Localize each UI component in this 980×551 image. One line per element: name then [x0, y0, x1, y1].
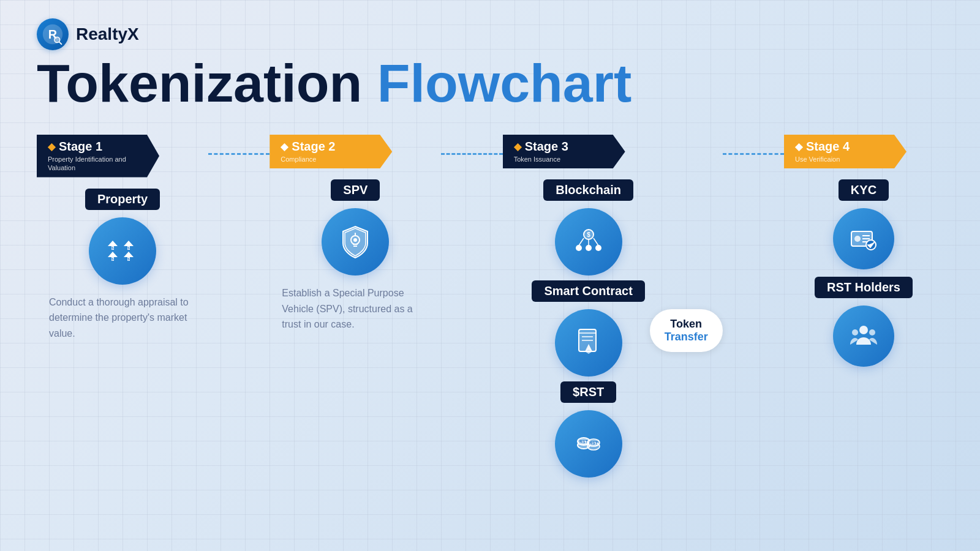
stage1-desc: Conduct a thorough appraisal to determin… [49, 294, 196, 342]
connector-3-4 [723, 153, 784, 155]
stage3-diamond: ◆ [514, 141, 521, 152]
title-part1: Tokenization [37, 53, 377, 113]
stage4-column: ◆ Stage 4 Use Verificaion KYC [784, 135, 943, 367]
logo-name: RealtyX [76, 24, 139, 44]
stage1-diamond: ◆ [48, 141, 55, 152]
stage3-wrapper: ◆ Stage 3 Token Issuance Blockchain $ [503, 135, 723, 478]
stage1-number: ◆ Stage 1 [48, 140, 148, 154]
svg-line-12 [579, 238, 584, 246]
stage4-kyc-icon [833, 208, 894, 269]
stage2-item-label: SPV [331, 179, 380, 201]
svg-text:RST: RST [589, 441, 598, 445]
stage4-badge: ◆ Stage 4 Use Verificaion [784, 135, 943, 168]
svg-line-3 [59, 42, 62, 45]
stage2-number: ◆ Stage 2 [281, 140, 381, 154]
svg-point-32 [869, 329, 875, 335]
logo-icon: R [37, 18, 69, 50]
stage3-rst-label: $RST [560, 381, 616, 403]
stage2-badge: ◆ Stage 2 Compliance [270, 135, 441, 168]
stage3-badge-main: ◆ Stage 3 Token Issuance [503, 135, 625, 168]
svg-line-13 [594, 238, 598, 246]
stage1-badge: ◆ Stage 1 Property Identification and Va… [37, 135, 208, 178]
stage2-column: ◆ Stage 2 Compliance SPV [270, 135, 441, 332]
stage3-subtitle: Token Issuance [514, 155, 612, 163]
stage3-badge: ◆ Stage 3 Token Issuance [503, 135, 674, 168]
stage3-rst-icon: RST RST [555, 410, 622, 478]
stage3-smartcontract-icon [555, 309, 622, 377]
stage4-rstholders-icon [833, 305, 894, 367]
stage1-subtitle: Property Identification and Valuation [48, 155, 146, 173]
title-part2: Flowchart [377, 53, 632, 113]
stage4-subtitle: Use Verificaion [795, 155, 893, 163]
token-transfer-line2: Transfer [665, 331, 708, 343]
stage2-badge-main: ◆ Stage 2 Compliance [270, 135, 392, 168]
stage1-item-label: Property [85, 189, 160, 210]
stage3-column: ◆ Stage 3 Token Issuance Blockchain $ [503, 135, 674, 478]
stage1-icon: $ $ $ $ [89, 217, 156, 285]
stage1-badge-main: ◆ Stage 1 Property Identification and Va… [37, 135, 159, 178]
stage3-blockchain-icon: $ [555, 208, 622, 276]
stage4-rstholders-label: RST Holders [815, 277, 913, 298]
connector-1-2 [208, 153, 270, 155]
stage4-kyc-label: KYC [839, 179, 889, 201]
stage3-number: ◆ Stage 3 [514, 140, 614, 154]
svg-point-30 [859, 326, 868, 334]
stage1-column: ◆ Stage 1 Property Identification and Va… [37, 135, 208, 341]
logo: R RealtyX [37, 18, 943, 50]
stage3-smartcontract-label: Smart Contract [532, 280, 644, 302]
svg-point-28 [854, 236, 861, 242]
stage4-number: ◆ Stage 4 [795, 140, 895, 154]
stage4-badge-main: ◆ Stage 4 Use Verificaion [784, 135, 907, 168]
token-transfer-line1: Token [665, 318, 708, 331]
stage4-diamond: ◆ [795, 141, 802, 152]
stage2-desc: Establish a Special Purpose Vehicle (SPV… [282, 285, 429, 332]
connector-2-3 [441, 153, 502, 155]
stage3-blockchain-label: Blockchain [543, 179, 633, 201]
svg-point-31 [852, 329, 858, 335]
stage2-icon [322, 208, 389, 276]
svg-point-15 [576, 245, 582, 251]
token-transfer-bubble: Token Transfer [650, 309, 723, 352]
stage2-diamond: ◆ [281, 141, 288, 152]
stage2-subtitle: Compliance [281, 155, 379, 163]
svg-point-17 [595, 245, 601, 251]
svg-point-16 [586, 245, 592, 251]
main-title: Tokenization Flowchart [37, 56, 943, 110]
flowchart: ◆ Stage 1 Property Identification and Va… [37, 135, 943, 478]
svg-point-9 [353, 238, 357, 242]
svg-text:$: $ [587, 231, 590, 238]
